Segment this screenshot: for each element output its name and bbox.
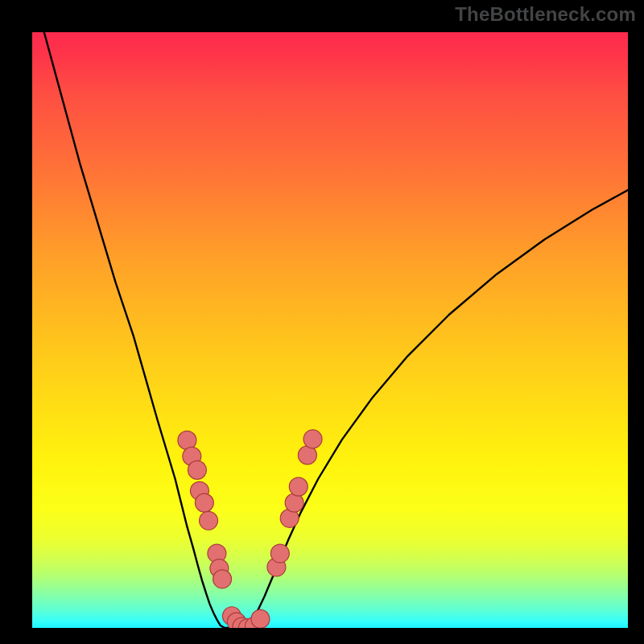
beads-layer	[32, 32, 628, 628]
bead-marker	[200, 511, 218, 530]
bead-marker	[213, 570, 232, 588]
bead-marker	[251, 609, 270, 628]
plot-area	[32, 32, 628, 628]
bead-marker	[289, 477, 308, 496]
watermark-text: TheBottleneck.com	[455, 3, 636, 26]
bead-marker	[303, 430, 322, 448]
chart-stage: TheBottleneck.com	[0, 0, 644, 644]
beads-group	[178, 430, 322, 628]
bead-marker	[188, 460, 207, 479]
bead-marker	[285, 493, 303, 512]
bead-marker	[195, 493, 213, 512]
bead-marker	[178, 431, 196, 449]
bead-marker	[270, 544, 289, 563]
